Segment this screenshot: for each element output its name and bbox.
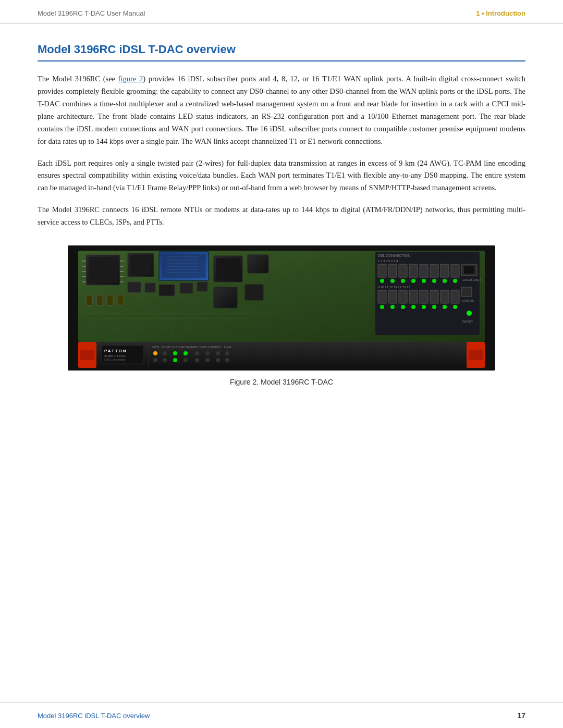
- svg-text:3196RC T-DAC: 3196RC T-DAC: [104, 354, 126, 357]
- svg-text:CLK ERR: CLK ERR: [204, 346, 216, 349]
- svg-text:MAJR: MAJR: [224, 346, 231, 349]
- svg-rect-52: [451, 264, 459, 277]
- svg-point-96: [163, 351, 167, 355]
- figure-image: DSL CONNECTION 1 2 3 4 5 6 7 8: [68, 245, 495, 371]
- svg-rect-65: [409, 290, 418, 303]
- svg-rect-68: [440, 290, 449, 303]
- svg-rect-87: [80, 350, 94, 360]
- svg-rect-46: [388, 264, 397, 277]
- svg-rect-69: [451, 290, 459, 303]
- paragraph-2: Each iDSL port requires only a single tw…: [38, 157, 525, 195]
- svg-rect-47: [399, 264, 407, 277]
- svg-point-71: [390, 305, 395, 309]
- page: Model 3196RC T-DAC User Manual 1 • Intro…: [0, 0, 563, 728]
- svg-rect-28: [245, 285, 263, 300]
- svg-rect-81: [461, 287, 472, 297]
- svg-point-106: [216, 351, 220, 355]
- section-title: Model 3196RC iDSL T-DAC overview: [38, 43, 525, 61]
- svg-point-57: [422, 279, 426, 283]
- svg-rect-25: [216, 258, 240, 280]
- svg-point-54: [390, 279, 395, 283]
- svg-rect-79: [464, 266, 474, 274]
- svg-point-94: [153, 351, 157, 355]
- svg-rect-15: [130, 255, 151, 275]
- main-content: Model 3196RC iDSL T-DAC overview The Mod…: [0, 24, 563, 432]
- svg-point-55: [401, 279, 405, 283]
- page-header: Model 3196RC T-DAC User Manual 1 • Intro…: [0, 0, 563, 24]
- svg-point-108: [225, 351, 229, 355]
- svg-point-56: [411, 279, 415, 283]
- svg-point-115: [216, 358, 220, 362]
- svg-point-77: [453, 305, 457, 309]
- svg-point-102: [195, 351, 199, 355]
- paragraph-1: The Model 3196RC (see figure 2) provides…: [38, 73, 525, 148]
- svg-text:DSL CONNECTION: DSL CONNECTION: [378, 254, 410, 257]
- svg-rect-50: [430, 264, 438, 277]
- svg-text:TEST: TEST: [215, 346, 222, 349]
- header-manual-title: Model 3196RC T-DAC User Manual: [38, 9, 145, 17]
- hardware-board-svg: DSL CONNECTION 1 2 3 4 5 6 7 8: [68, 245, 495, 371]
- svg-point-114: [205, 358, 210, 362]
- svg-point-100: [183, 351, 188, 355]
- svg-rect-62: [378, 290, 386, 303]
- svg-rect-51: [440, 264, 449, 277]
- svg-point-111: [173, 358, 177, 362]
- svg-rect-118: [469, 350, 483, 360]
- svg-rect-36: [107, 295, 113, 305]
- figure-caption: Figure 2. Model 3196RC T-DAC: [230, 378, 333, 386]
- svg-point-112: [183, 358, 188, 362]
- svg-point-60: [453, 279, 457, 283]
- svg-rect-32: [180, 283, 193, 293]
- svg-rect-3: [89, 257, 117, 283]
- svg-text:10/100 ENET: 10/100 ENET: [462, 278, 481, 281]
- svg-rect-92: [149, 347, 149, 368]
- svg-rect-67: [430, 290, 438, 303]
- svg-rect-26: [248, 255, 268, 273]
- svg-rect-30: [145, 283, 155, 292]
- svg-text:1  2  3  4  5  6  7  8: 1 2 3 4 5 6 7 8: [378, 260, 398, 263]
- svg-rect-37: [117, 295, 124, 305]
- svg-point-73: [411, 305, 415, 309]
- svg-rect-45: [378, 264, 386, 277]
- svg-point-75: [432, 305, 436, 309]
- svg-point-53: [380, 279, 384, 283]
- svg-rect-63: [388, 290, 397, 303]
- svg-text:PATTON: PATTON: [104, 349, 127, 353]
- footer-page-number: 17: [517, 711, 525, 720]
- svg-point-113: [195, 358, 199, 362]
- svg-rect-34: [86, 295, 92, 305]
- header-chapter: 1 • Introduction: [476, 9, 525, 17]
- svg-rect-31: [159, 285, 175, 296]
- svg-rect-48: [409, 264, 418, 277]
- footer-section-title: Model 3196RC iDSL T-DAC overview: [38, 712, 150, 720]
- svg-point-72: [401, 305, 405, 309]
- svg-text:SYSTEM: SYSTEM: [172, 346, 183, 349]
- svg-text:9  10  11  12  13  14  15  16: 9 10 11 12 13 14 15 16: [378, 286, 410, 289]
- svg-point-98: [173, 351, 177, 355]
- svg-rect-33: [197, 282, 207, 291]
- svg-text:CONFIG: CONFIG: [462, 299, 475, 302]
- page-footer: Model 3196RC iDSL T-DAC overview 17: [0, 702, 563, 728]
- svg-point-58: [432, 279, 436, 283]
- svg-rect-66: [420, 290, 428, 303]
- svg-rect-35: [96, 295, 103, 305]
- svg-point-59: [443, 279, 447, 283]
- figure-link[interactable]: figure 2: [118, 75, 143, 83]
- svg-text:iDSL Concentrator: iDSL Concentrator: [104, 358, 126, 361]
- svg-point-104: [205, 351, 210, 355]
- svg-rect-27: [214, 287, 237, 308]
- svg-point-83: [467, 311, 472, 316]
- svg-rect-17: [162, 254, 206, 278]
- svg-point-116: [225, 358, 229, 362]
- svg-text:ALARM: ALARM: [162, 346, 170, 349]
- svg-text:CLK SRC: CLK SRC: [194, 346, 205, 349]
- figure-container: DSL CONNECTION 1 2 3 4 5 6 7 8: [38, 245, 525, 386]
- svg-point-70: [380, 305, 384, 309]
- svg-point-109: [153, 358, 157, 362]
- svg-rect-29: [128, 282, 141, 292]
- svg-text:CPTN: CPTN: [152, 346, 160, 349]
- svg-rect-49: [420, 264, 428, 277]
- svg-point-76: [443, 305, 447, 309]
- svg-rect-64: [399, 290, 407, 303]
- paragraph-3: The Model 3196RC connects 16 iDSL remote…: [38, 204, 525, 229]
